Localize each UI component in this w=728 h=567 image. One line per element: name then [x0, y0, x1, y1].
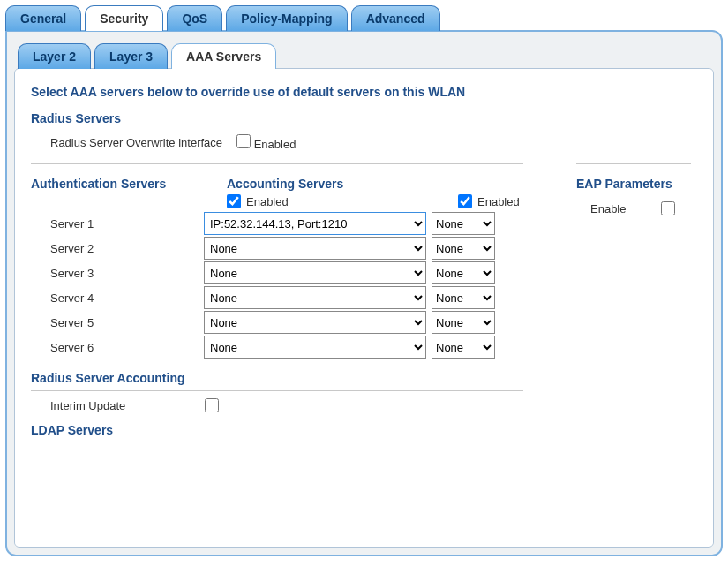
- tab-general[interactable]: General: [5, 5, 81, 31]
- servers-and-eap: Authentication Servers Accounting Server…: [31, 177, 697, 446]
- tab-layer2[interactable]: Layer 2: [18, 43, 91, 69]
- server-3-acct-select[interactable]: None: [432, 261, 495, 284]
- tab-layer3[interactable]: Layer 3: [94, 43, 168, 69]
- rso-enabled-label: Enabled: [254, 138, 296, 151]
- server-row-2: Server 2 None None: [31, 237, 523, 260]
- server-row-6: Server 6 None None: [31, 336, 523, 359]
- auth-enabled-checkbox[interactable]: [227, 194, 241, 208]
- interim-update-checkbox[interactable]: [205, 398, 219, 412]
- server-2-label: Server 2: [31, 242, 199, 255]
- server-5-acct-select[interactable]: None: [432, 311, 495, 334]
- server-3-auth-select[interactable]: None: [204, 261, 426, 284]
- server-1-acct-select[interactable]: None: [432, 212, 495, 235]
- server-row-1: Server 1 IP:52.32.144.13, Port:1210 None: [31, 212, 523, 235]
- acct-enabled-label: Enabled: [477, 195, 520, 208]
- server-6-label: Server 6: [31, 341, 199, 354]
- heading-acct-servers: Accounting Servers: [227, 177, 523, 191]
- heading-eap-params: EAP Parameters: [576, 177, 709, 191]
- rso-row: Radius Server Overwrite interface Enable…: [50, 134, 697, 151]
- instruction-text: Select AAA servers below to override use…: [31, 85, 697, 99]
- server-4-acct-select[interactable]: None: [432, 286, 495, 309]
- server-5-label: Server 5: [31, 316, 199, 329]
- tab-qos[interactable]: QoS: [167, 5, 222, 31]
- interim-update-row: Interim Update: [50, 398, 523, 412]
- server-3-label: Server 3: [31, 267, 199, 280]
- tab-aaa-servers[interactable]: AAA Servers: [171, 43, 276, 69]
- sub-tab-bar: Layer 2 Layer 3 AAA Servers: [7, 43, 721, 69]
- tab-advanced[interactable]: Advanced: [351, 5, 440, 31]
- server-6-auth-select[interactable]: None: [204, 336, 426, 359]
- server-2-auth-select[interactable]: None: [204, 237, 426, 260]
- heading-ldap-servers: LDAP Servers: [31, 423, 523, 437]
- rso-label: Radius Server Overwrite interface: [50, 136, 222, 149]
- aaa-content: Select AAA servers below to override use…: [14, 68, 714, 548]
- top-tab-bar: General Security QoS Policy-Mapping Adva…: [0, 0, 728, 31]
- heading-auth-servers: Authentication Servers: [31, 177, 227, 191]
- server-1-label: Server 1: [31, 217, 199, 231]
- divider: [576, 163, 691, 164]
- acct-enabled-checkbox[interactable]: [458, 194, 472, 208]
- server-6-acct-select[interactable]: None: [432, 336, 495, 359]
- server-row-3: Server 3 None None: [31, 261, 523, 284]
- auth-enabled-label: Enabled: [246, 195, 289, 208]
- rso-enabled-checkbox[interactable]: [236, 134, 251, 148]
- divider: [31, 163, 523, 164]
- server-4-label: Server 4: [31, 291, 199, 305]
- security-panel: Layer 2 Layer 3 AAA Servers Select AAA s…: [5, 30, 723, 556]
- eap-enable-label: Enable: [590, 202, 626, 215]
- server-5-auth-select[interactable]: None: [204, 311, 426, 334]
- server-2-acct-select[interactable]: None: [432, 237, 495, 260]
- server-1-auth-select[interactable]: IP:52.32.144.13, Port:1210: [204, 212, 426, 235]
- interim-update-label: Interim Update: [50, 399, 125, 412]
- eap-enable-checkbox[interactable]: [661, 201, 675, 215]
- divider: [31, 390, 523, 391]
- tab-security[interactable]: Security: [85, 5, 163, 31]
- server-4-auth-select[interactable]: None: [204, 286, 426, 309]
- heading-radius-server-accounting: Radius Server Accounting: [31, 371, 523, 385]
- server-row-5: Server 5 None None: [31, 311, 523, 334]
- server-row-4: Server 4 None None: [31, 286, 523, 309]
- eap-block: EAP Parameters Enable: [576, 177, 709, 215]
- heading-radius-servers: Radius Servers: [31, 111, 697, 125]
- servers-block: Authentication Servers Accounting Server…: [31, 177, 523, 446]
- tab-policy-mapping[interactable]: Policy-Mapping: [226, 5, 347, 31]
